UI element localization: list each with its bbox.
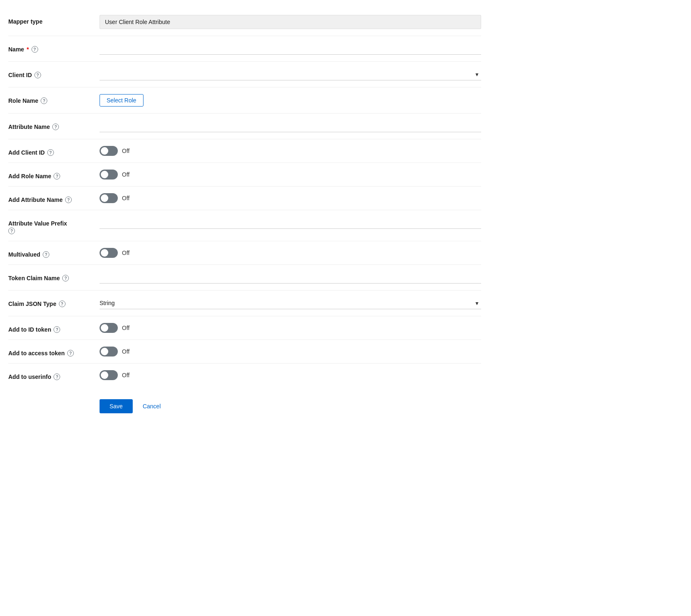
- cancel-button[interactable]: Cancel: [141, 399, 163, 413]
- mapper-type-value-wrap: User Client Role Attribute: [100, 15, 481, 29]
- claim-json-type-dropdown-wrap: String long int boolean JSON ▼: [100, 297, 481, 309]
- add-to-access-token-row: Add to access token ? Off: [8, 340, 481, 363]
- add-role-name-toggle-wrap: Off: [100, 170, 481, 179]
- attribute-name-input[interactable]: [100, 120, 481, 132]
- form-container: Mapper type User Client Role Attribute N…: [8, 8, 481, 417]
- multivalued-row: Multivalued ? Off: [8, 241, 481, 264]
- multivalued-help-icon[interactable]: ?: [43, 251, 49, 258]
- add-to-id-token-slider: [100, 323, 118, 333]
- add-to-access-token-slider: [100, 347, 118, 357]
- add-to-access-token-help-icon[interactable]: ?: [67, 350, 74, 357]
- add-attribute-name-help-icon[interactable]: ?: [65, 196, 72, 203]
- add-role-name-control: Off: [100, 170, 481, 179]
- token-claim-name-input-wrap: [100, 272, 481, 284]
- attribute-name-label: Attribute Name ?: [8, 120, 100, 130]
- add-attribute-name-slider: [100, 193, 118, 203]
- required-indicator: *: [27, 46, 29, 53]
- add-attribute-name-toggle-wrap: Off: [100, 193, 481, 203]
- role-name-label: Role Name ?: [8, 94, 100, 104]
- add-to-access-token-toggle-wrap: Off: [100, 347, 481, 357]
- add-client-id-row: Add Client ID ? Off: [8, 139, 481, 162]
- add-role-name-help-icon[interactable]: ?: [54, 173, 60, 179]
- add-client-id-help-icon[interactable]: ?: [47, 149, 54, 156]
- client-id-select-wrap: ▼: [100, 68, 481, 80]
- add-attribute-name-control: Off: [100, 193, 481, 203]
- claim-json-type-select[interactable]: String long int boolean JSON: [100, 297, 481, 309]
- attribute-name-row: Attribute Name ?: [8, 114, 481, 139]
- claim-json-type-label: Claim JSON Type ?: [8, 297, 100, 307]
- multivalued-slider: [100, 248, 118, 258]
- add-client-id-off-label: Off: [122, 148, 129, 154]
- add-to-userinfo-help-icon[interactable]: ?: [54, 373, 60, 380]
- mapper-type-value: User Client Role Attribute: [100, 15, 481, 29]
- add-client-id-toggle-wrap: Off: [100, 146, 481, 156]
- add-role-name-slider: [100, 170, 118, 179]
- save-button[interactable]: Save: [100, 399, 133, 413]
- add-to-userinfo-row: Add to userinfo ? Off: [8, 364, 481, 387]
- add-to-id-token-row: Add to ID token ? Off: [8, 316, 481, 340]
- add-client-id-slider: [100, 146, 118, 156]
- mapper-type-row: Mapper type User Client Role Attribute: [8, 8, 481, 36]
- client-id-row: Client ID ? ▼: [8, 62, 481, 87]
- add-attribute-name-off-label: Off: [122, 195, 129, 201]
- add-to-access-token-off-label: Off: [122, 348, 129, 355]
- add-attribute-name-toggle[interactable]: [100, 193, 118, 203]
- add-to-userinfo-toggle-wrap: Off: [100, 370, 481, 380]
- mapper-type-label: Mapper type: [8, 15, 100, 25]
- add-to-id-token-toggle-wrap: Off: [100, 323, 481, 333]
- client-id-label: Client ID ?: [8, 68, 100, 78]
- token-claim-name-input[interactable]: [100, 272, 481, 284]
- claim-json-type-row: Claim JSON Type ? String long int boolea…: [8, 291, 481, 316]
- role-name-control-wrap: Select Role: [100, 94, 481, 107]
- role-name-row: Role Name ? Select Role: [8, 87, 481, 113]
- name-row: Name * ?: [8, 36, 481, 61]
- attribute-value-prefix-label: Attribute Value Prefix ?: [8, 217, 100, 234]
- multivalued-off-label: Off: [122, 250, 129, 256]
- attribute-value-prefix-input[interactable]: [100, 217, 481, 229]
- add-to-userinfo-off-label: Off: [122, 372, 129, 378]
- add-client-id-toggle[interactable]: [100, 146, 118, 156]
- add-role-name-toggle[interactable]: [100, 170, 118, 179]
- token-claim-name-help-icon[interactable]: ?: [62, 275, 69, 281]
- add-to-access-token-label: Add to access token ?: [8, 347, 100, 357]
- multivalued-label: Multivalued ?: [8, 248, 100, 258]
- add-attribute-name-row: Add Attribute Name ? Off: [8, 187, 481, 210]
- add-to-id-token-label: Add to ID token ?: [8, 323, 100, 333]
- add-role-name-row: Add Role Name ? Off: [8, 163, 481, 186]
- add-to-access-token-control: Off: [100, 347, 481, 357]
- name-help-icon[interactable]: ?: [32, 46, 38, 53]
- select-role-button[interactable]: Select Role: [100, 94, 144, 107]
- claim-json-type-help-icon[interactable]: ?: [59, 301, 66, 307]
- add-to-userinfo-toggle[interactable]: [100, 370, 118, 380]
- add-attribute-name-label: Add Attribute Name ?: [8, 193, 100, 203]
- token-claim-name-row: Token Claim Name ?: [8, 265, 481, 290]
- add-to-id-token-help-icon[interactable]: ?: [54, 326, 60, 333]
- add-to-userinfo-control: Off: [100, 370, 481, 380]
- client-id-select[interactable]: [100, 68, 481, 80]
- add-to-id-token-control: Off: [100, 323, 481, 333]
- add-to-id-token-off-label: Off: [122, 325, 129, 331]
- add-role-name-off-label: Off: [122, 171, 129, 178]
- attribute-value-prefix-help-icon[interactable]: ?: [8, 228, 15, 234]
- add-to-userinfo-label: Add to userinfo ?: [8, 370, 100, 380]
- token-claim-name-label: Token Claim Name ?: [8, 272, 100, 281]
- multivalued-toggle[interactable]: [100, 248, 118, 258]
- client-id-help-icon[interactable]: ?: [34, 72, 41, 78]
- add-to-access-token-toggle[interactable]: [100, 347, 118, 357]
- add-client-id-control: Off: [100, 146, 481, 156]
- attribute-value-prefix-input-wrap: [100, 217, 481, 229]
- add-to-id-token-toggle[interactable]: [100, 323, 118, 333]
- add-to-userinfo-slider: [100, 370, 118, 380]
- attribute-name-input-wrap: [100, 120, 481, 132]
- attribute-name-help-icon[interactable]: ?: [52, 124, 59, 130]
- multivalued-control: Off: [100, 248, 481, 258]
- form-footer: Save Cancel: [8, 387, 481, 417]
- attribute-value-prefix-row: Attribute Value Prefix ?: [8, 210, 481, 241]
- claim-json-type-select-wrap: String long int boolean JSON ▼: [100, 297, 481, 309]
- role-name-help-icon[interactable]: ?: [41, 97, 47, 104]
- name-input-wrap: [100, 43, 481, 55]
- add-client-id-label: Add Client ID ?: [8, 146, 100, 156]
- name-input[interactable]: [100, 43, 481, 55]
- name-label: Name * ?: [8, 43, 100, 53]
- client-id-dropdown-wrap: ▼: [100, 68, 481, 80]
